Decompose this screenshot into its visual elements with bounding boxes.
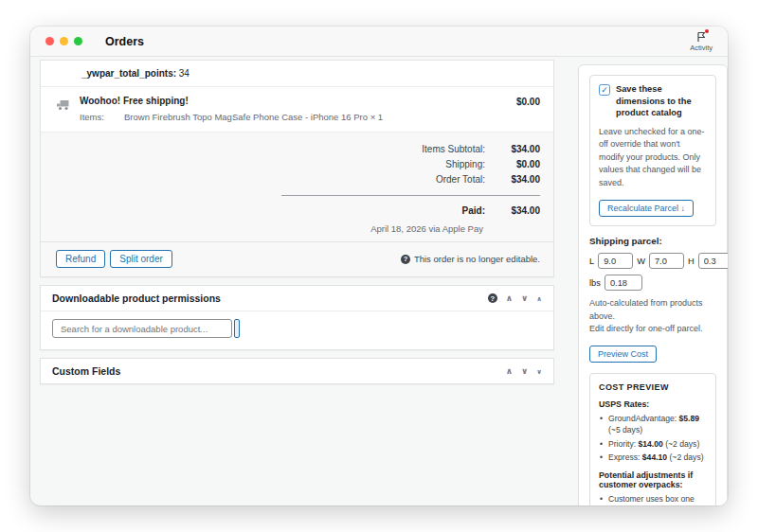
save-dimensions-box: ✓ Save these dimensions to the product c… [589,75,716,226]
total-label: Shipping: [445,157,485,172]
weight-label: lbs [589,278,601,288]
shipping-truck-icon [56,98,71,122]
save-dimensions-row: ✓ Save these dimensions to the product c… [599,83,707,119]
split-order-button[interactable]: Split order [110,250,172,268]
move-up-icon[interactable]: ∧ [506,294,513,303]
weight-input[interactable] [605,275,642,291]
move-down-icon[interactable]: ∨ [521,367,528,376]
adjustments-list: Customer uses box one size up: $5.89 Cus… [599,493,707,505]
width-label: W [637,257,645,266]
parcel-note: Auto-calculated from products above. Edi… [589,297,716,336]
expand-panel-icon[interactable]: ∨ [536,368,542,375]
rate-price: $5.89 [679,414,700,423]
shipping-parcel-title: Shipping parcel: [589,236,716,246]
rate-eta: (~2 days) [667,452,703,462]
downloadable-search-input[interactable] [52,319,232,338]
rate-eta: (~2 days) [663,439,699,449]
totals-divider [281,195,540,196]
height-input[interactable] [698,253,728,269]
notification-dot [705,29,709,33]
length-input[interactable] [598,253,633,269]
close-window-button[interactable] [45,37,54,45]
height-label: H [688,257,695,266]
rate-eta: (~5 days) [608,425,642,434]
refund-button[interactable]: Refund [56,250,105,268]
window-title: Orders [105,35,144,48]
traffic-lights [45,37,82,45]
custom-fields-header: Custom Fields ∧ ∨ ∨ [41,359,553,383]
total-row-shipping: Shipping: $0.00 [54,157,540,172]
save-dimensions-checkbox[interactable]: ✓ [599,84,610,96]
preview-cost-button[interactable]: Preview Cost [589,346,657,363]
length-label: L [589,257,594,266]
downloadable-header-icons: ? ∧ ∨ ∧ [488,293,542,303]
total-label: Order Total: [436,172,485,187]
search-input-accent [234,319,240,338]
usps-rates-title: USPS Rates: [599,399,707,409]
adjustment-item: Customer uses box one size up: $5.89 [599,493,707,505]
shipping-line-row: Woohoo! Free shipping! Items: Brown Fire… [41,87,553,132]
items-label: Items: [80,112,124,122]
rate-name: GroundAdvantage: [608,414,679,423]
total-row-paid: Paid: $34.00 [54,204,540,219]
downloadable-permissions-panel: Downloadable product permissions ? ∧ ∨ ∧ [40,285,554,350]
shipping-line-amount: $0.00 [516,97,540,122]
rate-name: Priority: [608,439,639,449]
rate-item: Express: $44.10 (~2 days) [599,452,707,463]
zoom-window-button[interactable] [74,37,82,45]
shipping-line-items: Items: Brown Firebrush Topo MagSafe Phon… [80,112,516,122]
shipping-line-title: Woohoo! Free shipping! [80,96,516,106]
help-icon[interactable]: ? [488,293,497,303]
orders-window: Orders Activity _ywpar_total_points: 34 … [30,27,728,505]
paid-value: $34.00 [485,204,540,219]
items-text: Brown Firebrush Topo MagSafe Phone Case … [124,112,383,122]
total-row-order-total: Order Total: $34.00 [54,172,540,187]
cost-preview-title: COST PREVIEW [599,382,707,392]
activity-button[interactable]: Activity [690,31,713,52]
recalculate-parcel-button[interactable]: Recalculate Parcel ↓ [599,200,694,217]
rate-item: Priority: $14.00 (~2 days) [599,438,707,450]
adjustment-text: Customer uses box one size up: $5.89 [608,494,695,505]
shipping-sidebar: ✓ Save these dimensions to the product c… [578,64,728,505]
total-value: $0.00 [485,157,540,172]
parcel-note-line1: Auto-calculated from products above. [589,298,703,321]
custom-fields-header-icons: ∧ ∨ ∨ [506,367,542,376]
order-footer: Refund Split order ? This order is no lo… [41,241,553,276]
activity-flag-icon [695,31,707,43]
downloadable-panel-body [41,311,553,349]
main-column: _ywpar_total_points: 34 Woohoo! Free shi… [40,60,554,384]
save-dimensions-description: Leave unchecked for a one-off override t… [599,126,707,190]
rate-item: GroundAdvantage: $5.89 (~5 days) [599,413,707,436]
width-input[interactable] [649,253,684,269]
activity-label: Activity [690,44,713,52]
downloadable-panel-header: Downloadable product permissions ? ∧ ∨ ∧ [41,286,553,311]
order-items-panel: _ywpar_total_points: 34 Woohoo! Free shi… [40,60,554,277]
collapse-panel-icon[interactable]: ∧ [536,295,542,302]
custom-fields-panel: Custom Fields ∧ ∨ ∨ [40,358,554,384]
rate-name: Express: [608,452,642,462]
parcel-dimensions-row: L W H [589,253,716,269]
move-down-icon[interactable]: ∨ [521,294,528,303]
order-locked-note: ? This order is no longer editable. [401,254,540,264]
save-dimensions-label[interactable]: Save these dimensions to the product cat… [616,83,707,119]
order-totals: Items Subtotal: $34.00 Shipping: $0.00 O… [41,132,553,241]
parcel-weight-row: lbs [589,275,716,291]
rate-price: $14.00 [639,439,663,449]
move-up-icon[interactable]: ∧ [506,367,513,376]
total-label: Items Subtotal: [422,142,485,157]
downloadable-panel-title: Downloadable product permissions [52,293,221,304]
shipping-sidebar-card: ✓ Save these dimensions to the product c… [578,64,728,505]
paid-label: Paid: [462,204,485,219]
shipping-line-body: Woohoo! Free shipping! Items: Brown Fire… [80,96,516,122]
help-icon: ? [401,255,410,264]
usps-rates-list: GroundAdvantage: $5.89 (~5 days) Priorit… [599,413,707,464]
minimize-window-button[interactable] [60,37,68,45]
total-value: $34.00 [485,142,540,157]
order-meta-row: _ywpar_total_points: 34 [41,61,553,87]
paid-date: April 18, 2026 via Apple Pay [54,223,540,234]
order-locked-text: This order is no longer editable. [414,254,540,264]
cost-preview-box: COST PREVIEW USPS Rates: GroundAdvantage… [589,373,716,505]
meta-key: _ywpar_total_points: [81,68,176,79]
window-titlebar: Orders Activity [30,27,728,57]
total-row-subtotal: Items Subtotal: $34.00 [54,142,540,157]
